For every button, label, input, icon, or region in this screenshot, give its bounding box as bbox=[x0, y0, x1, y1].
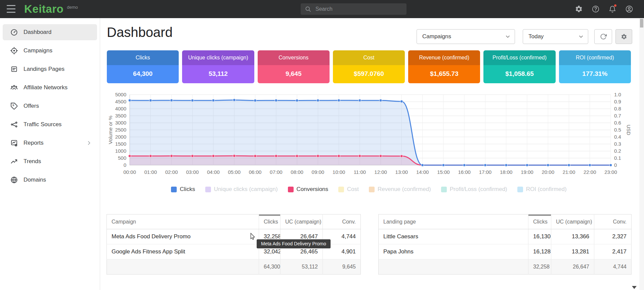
stat-card-cost[interactable]: Cost$597.0760 bbox=[333, 50, 405, 83]
svg-text:0.4: 0.4 bbox=[614, 134, 621, 140]
sidebar-item-campaigns[interactable]: Campaigns bbox=[3, 43, 97, 59]
notifications-icon[interactable] bbox=[608, 5, 616, 13]
legend-swatch bbox=[441, 187, 447, 192]
sidebar-item-traffic-sources[interactable]: Traffic Sources bbox=[3, 116, 97, 133]
row-name-cell[interactable]: Little Caesars bbox=[379, 229, 528, 244]
totals-cell: 53,112 bbox=[281, 259, 323, 275]
column-header-uc-campaign[interactable]: UC (campaign) bbox=[551, 214, 594, 229]
svg-text:05:00: 05:00 bbox=[228, 169, 241, 175]
totals-cell: 64,300 bbox=[259, 259, 281, 275]
svg-text:02:00: 02:00 bbox=[165, 169, 178, 175]
column-header-landing-page[interactable]: Landing page bbox=[379, 214, 528, 229]
legend-swatch bbox=[338, 187, 344, 192]
scroll-down-arrow[interactable] bbox=[632, 286, 637, 289]
svg-text:0.7: 0.7 bbox=[614, 113, 621, 118]
totals-cell: 32,258 bbox=[528, 259, 551, 275]
dashboard-settings-button[interactable] bbox=[615, 29, 632, 44]
sidebar-item-offers[interactable]: SOffers bbox=[3, 98, 97, 114]
svg-text:00:00: 00:00 bbox=[123, 169, 136, 175]
column-header-campaign[interactable]: Campaign bbox=[107, 214, 259, 229]
svg-text:23:00: 23:00 bbox=[604, 169, 617, 175]
svg-text:4500: 4500 bbox=[115, 99, 126, 104]
trends-icon bbox=[10, 157, 18, 165]
logo-badge: demo bbox=[67, 5, 78, 10]
help-icon[interactable] bbox=[592, 5, 600, 13]
notification-badge bbox=[614, 4, 616, 7]
svg-text:22:00: 22:00 bbox=[584, 169, 596, 175]
svg-text:18:00: 18:00 bbox=[500, 169, 513, 175]
sidebar-item-trends[interactable]: Trends bbox=[3, 153, 97, 170]
refresh-button[interactable] bbox=[594, 29, 612, 44]
offers-icon: S bbox=[10, 102, 18, 110]
legend-swatch bbox=[369, 187, 375, 192]
menu-icon[interactable] bbox=[7, 5, 15, 13]
landings-table: Landing pageClicksUC (campaign)Conv.Litt… bbox=[378, 214, 632, 275]
domains-icon bbox=[10, 176, 18, 184]
legend-item-revenue-confirmed[interactable]: Revenue (confirmed) bbox=[369, 186, 431, 193]
legend-item-unique-clicks-campaign[interactable]: Unique clicks (campaign) bbox=[205, 186, 278, 193]
svg-text:15:00: 15:00 bbox=[437, 169, 450, 175]
svg-text:3500: 3500 bbox=[115, 113, 126, 118]
stat-card-value: 177.31% bbox=[559, 65, 631, 83]
svg-text:19:00: 19:00 bbox=[521, 169, 533, 175]
column-header-clicks[interactable]: Clicks bbox=[259, 214, 281, 229]
sidebar-item-label: Campaigns bbox=[24, 47, 52, 54]
sidebar-item-label: Affiliate Networks bbox=[24, 84, 68, 91]
landings-icon bbox=[10, 65, 18, 73]
legend-item-clicks[interactable]: Clicks bbox=[171, 186, 195, 193]
legend-item-conversions[interactable]: Conversions bbox=[288, 186, 329, 193]
svg-text:500: 500 bbox=[118, 155, 126, 161]
svg-text:0.3: 0.3 bbox=[614, 141, 621, 147]
stat-card-conversions[interactable]: Conversions9,645 bbox=[258, 50, 330, 83]
search-input[interactable]: Search bbox=[301, 3, 406, 15]
row-name-cell[interactable]: Google Ads Fitness App Split bbox=[107, 244, 259, 259]
scrollbar-thumb[interactable] bbox=[640, 19, 643, 28]
stat-card-value: 64,300 bbox=[107, 65, 179, 83]
legend-item-cost[interactable]: Cost bbox=[338, 186, 359, 193]
column-header-conv[interactable]: Conv. bbox=[323, 214, 361, 229]
stat-card-revenue-confirmed[interactable]: Revenue (confirmed)$1,655.73 bbox=[408, 50, 480, 83]
date-range-select[interactable]: Today bbox=[523, 29, 588, 44]
sidebar-item-affiliate-networks[interactable]: Affiliate Networks bbox=[3, 80, 97, 96]
sidebar-item-dashboard[interactable]: Dashboard bbox=[3, 24, 97, 40]
app-root: Keitaro demo Search bbox=[0, 0, 644, 290]
settings-icon[interactable] bbox=[575, 5, 583, 13]
account-icon[interactable] bbox=[625, 5, 633, 13]
svg-text:14:00: 14:00 bbox=[416, 169, 429, 175]
sidebar-item-domains[interactable]: Domains bbox=[3, 172, 97, 188]
column-header-clicks[interactable]: Clicks bbox=[528, 214, 551, 229]
svg-text:09:00: 09:00 bbox=[312, 169, 325, 175]
svg-text:0.1: 0.1 bbox=[614, 155, 621, 161]
column-header-uc-campaign[interactable]: UC (campaign) bbox=[281, 214, 323, 229]
sidebar-item-label: Domains bbox=[24, 177, 46, 183]
legend-item-profit-loss-confirmed[interactable]: Profit/Loss (confirmed) bbox=[441, 186, 507, 193]
table-row: Papa Johns16,12813,2812,417 bbox=[379, 244, 632, 259]
stat-card-profit-loss-confirmed[interactable]: Profit/Loss (confirmed)$1,058.65 bbox=[483, 50, 555, 83]
sidebar-item-label: Landings Pages bbox=[24, 66, 65, 72]
legend-item-roi-confirmed[interactable]: ROI (confirmed) bbox=[517, 186, 567, 193]
legend-swatch bbox=[205, 187, 211, 192]
row-name-cell[interactable]: Papa Johns bbox=[379, 244, 528, 259]
app-logo[interactable]: Keitaro demo bbox=[24, 0, 78, 18]
campaigns-filter-select[interactable]: Campaigns bbox=[417, 29, 515, 44]
page-scrollbar[interactable] bbox=[639, 18, 644, 290]
legend-label: Revenue (confirmed) bbox=[378, 186, 431, 193]
svg-text:5000: 5000 bbox=[115, 92, 126, 97]
column-header-conv[interactable]: Conv. bbox=[594, 214, 632, 229]
totals-cell: 9,645 bbox=[323, 259, 361, 275]
sidebar-item-reports[interactable]: Reports bbox=[3, 135, 97, 151]
row-tooltip: Meta Ads Food Delivery Promo bbox=[257, 239, 331, 248]
svg-text:2000: 2000 bbox=[115, 134, 126, 140]
svg-text:08:00: 08:00 bbox=[291, 169, 303, 175]
stat-card-roi-confirmed[interactable]: ROI (confirmed)177.31% bbox=[559, 50, 631, 83]
stat-card-unique-clicks-campaign[interactable]: Unique clicks (campaign)53,112 bbox=[182, 50, 254, 83]
row-name-cell[interactable]: Meta Ads Food Delivery Promo bbox=[107, 229, 259, 244]
main-content: Dashboard Campaigns Today Clicks64,300Un… bbox=[100, 18, 639, 290]
traffic-sources-icon bbox=[10, 120, 18, 129]
legend-swatch bbox=[288, 187, 294, 192]
svg-text:0: 0 bbox=[124, 162, 126, 168]
stat-card-label: Unique clicks (campaign) bbox=[182, 50, 254, 65]
sidebar-item-landings-pages[interactable]: Landings Pages bbox=[3, 61, 97, 77]
stat-card-clicks[interactable]: Clicks64,300 bbox=[107, 50, 179, 83]
logo-text: Keitaro bbox=[24, 3, 63, 15]
